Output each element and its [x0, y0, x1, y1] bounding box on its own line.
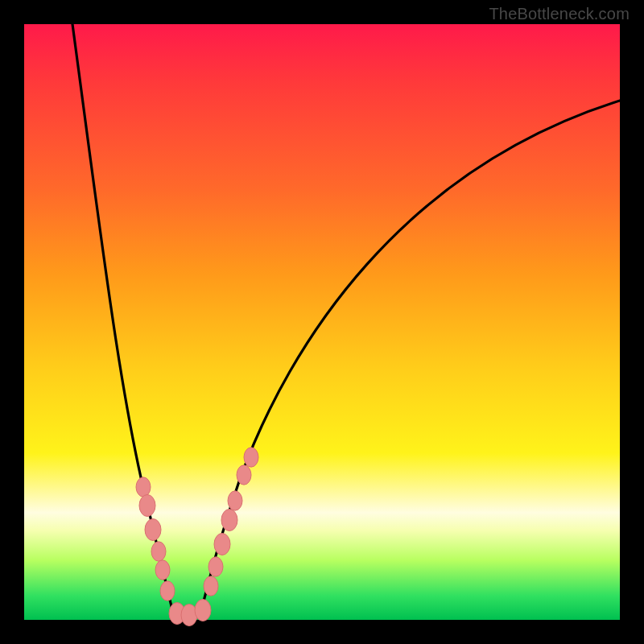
bead-point	[221, 510, 237, 531]
series-right-branch	[200, 101, 620, 617]
bead-point	[139, 495, 155, 517]
bead-point	[160, 581, 175, 601]
bead-point	[204, 576, 218, 596]
bead-point	[228, 491, 242, 510]
bead-point	[151, 542, 166, 561]
plot-area	[24, 24, 620, 620]
stage: TheBottleneck.com	[0, 0, 644, 644]
curve-svg	[24, 24, 620, 620]
bead-point	[155, 560, 170, 580]
bead-point	[237, 465, 251, 485]
bead-point	[145, 519, 161, 541]
bead-point	[195, 600, 211, 621]
bead-point	[214, 534, 230, 555]
curve-beads	[136, 448, 258, 626]
bead-point	[136, 477, 151, 497]
bead-point	[208, 557, 223, 576]
bead-point	[244, 448, 258, 467]
watermark-text: TheBottleneck.com	[489, 5, 630, 23]
